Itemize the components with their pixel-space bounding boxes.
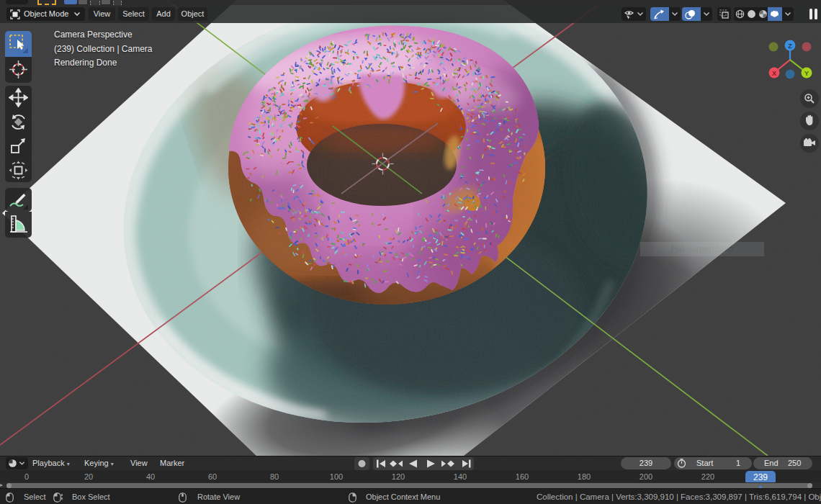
svg-text:X: X — [772, 70, 776, 77]
svg-text:Z: Z — [788, 42, 792, 50]
svg-text:Y: Y — [804, 70, 809, 77]
